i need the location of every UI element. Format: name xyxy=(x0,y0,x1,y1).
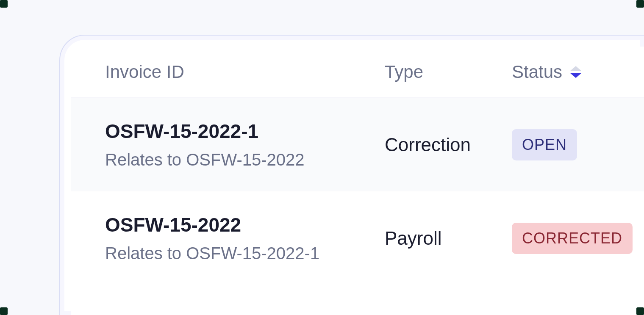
type-cell: Correction xyxy=(385,134,512,155)
status-cell: CORRECTED xyxy=(512,223,644,254)
invoice-relates-to: Relates to OSFW-15-2022-1 xyxy=(105,244,385,263)
invoice-table-inner: Invoice ID Type Status OSFW-15-2022-1Rel… xyxy=(71,47,644,315)
status-cell: OPEN xyxy=(512,129,644,160)
invoice-cell: OSFW-15-2022Relates to OSFW-15-2022-1 xyxy=(105,213,385,263)
sort-up-icon xyxy=(570,66,582,71)
sort-icon[interactable] xyxy=(570,66,582,78)
status-badge: CORRECTED xyxy=(512,223,633,254)
invoice-id: OSFW-15-2022 xyxy=(105,213,385,236)
table-header-row: Invoice ID Type Status xyxy=(71,47,644,98)
table-row[interactable]: OSFW-15-2022Relates to OSFW-15-2022-1Pay… xyxy=(71,191,644,285)
header-status[interactable]: Status xyxy=(512,62,644,82)
invoice-relates-to: Relates to OSFW-15-2022 xyxy=(105,150,385,169)
invoice-table: Invoice ID Type Status OSFW-15-2022-1Rel… xyxy=(71,47,644,285)
invoice-cell: OSFW-15-2022-1Relates to OSFW-15-2022 xyxy=(105,120,385,169)
header-type-label: Type xyxy=(385,62,423,82)
status-badge: OPEN xyxy=(512,129,577,160)
header-type[interactable]: Type xyxy=(385,62,512,82)
sort-down-icon xyxy=(570,73,582,78)
invoice-table-card: Invoice ID Type Status OSFW-15-2022-1Rel… xyxy=(59,35,644,315)
header-status-label: Status xyxy=(512,62,562,82)
table-row[interactable]: OSFW-15-2022-1Relates to OSFW-15-2022Cor… xyxy=(71,98,644,191)
header-invoice-id-label: Invoice ID xyxy=(105,62,184,82)
header-invoice-id[interactable]: Invoice ID xyxy=(105,62,385,82)
type-cell: Payroll xyxy=(385,228,512,249)
invoice-id: OSFW-15-2022-1 xyxy=(105,120,385,143)
